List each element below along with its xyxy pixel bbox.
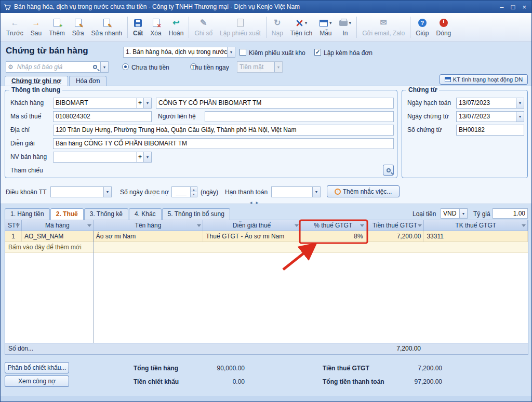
- toolbar-label: Nạp: [272, 30, 283, 37]
- toolbar-button-print[interactable]: In: [336, 14, 355, 41]
- address-label: Địa chỉ: [10, 126, 30, 133]
- doc-no-field[interactable]: BH00182: [456, 125, 524, 136]
- cell-dien-giai-thue[interactable]: Thuế GTGT - Áo sơ mi Nam: [203, 231, 301, 242]
- frozen-column-divider[interactable]: [94, 231, 94, 343]
- credit-days-stepper[interactable]: ___ ▲▼: [171, 186, 197, 197]
- toolbar-button-help[interactable]: ? Giúp: [412, 14, 432, 41]
- add-reminder-button[interactable]: Thêm nhắc việc...: [327, 185, 400, 197]
- app-window: Bán hàng hóa, dịch vụ trong nước chưa th…: [0, 0, 532, 402]
- customer-name-field[interactable]: CÔNG TY CỔ PHẦN BIBOMART TM: [156, 98, 394, 109]
- toolbar-button-edit[interactable]: ✎ Sửa: [69, 14, 88, 41]
- toolbar-button-previous[interactable]: ← Trước: [3, 14, 27, 41]
- filter-icon[interactable]: [197, 224, 201, 227]
- filter-icon[interactable]: [418, 224, 422, 227]
- column-header-ma-hang[interactable]: Mã hàng: [22, 220, 94, 231]
- splitter-handle[interactable]: ◄►: [249, 200, 261, 205]
- chevron-down-icon[interactable]: [459, 209, 467, 218]
- search-icon[interactable]: [93, 65, 97, 69]
- cell-stt[interactable]: 1: [5, 231, 22, 242]
- doc-date-picker[interactable]: 13/07/2023: [456, 111, 524, 122]
- pin-icon[interactable]: [16, 224, 20, 227]
- view-debt-button[interactable]: Xem công nợ: [5, 376, 69, 387]
- add-customer-icon[interactable]: +: [136, 98, 143, 108]
- column-header-tien-thue-gtgt[interactable]: Tiền thuế GTGT: [366, 220, 424, 231]
- tab-hoa-don[interactable]: Hóa đơn: [69, 76, 107, 86]
- chevron-down-icon[interactable]: [516, 112, 524, 122]
- due-date-select[interactable]: [271, 186, 321, 197]
- toolbar-button-save[interactable]: Cất: [129, 14, 147, 41]
- table-header-row: STT Mã hàng Tên hàng Diễn giải thuế % th…: [5, 220, 528, 231]
- exchange-rate-field[interactable]: 1.00: [493, 208, 528, 219]
- table-empty-area[interactable]: [5, 253, 528, 343]
- tab-thue[interactable]: 2. Thuế: [50, 208, 84, 220]
- gear-icon[interactable]: ⚙: [6, 62, 15, 72]
- chevron-down-icon[interactable]: [516, 98, 524, 108]
- column-header-dien-giai-thue[interactable]: Diễn giải thuế: [203, 220, 301, 231]
- tab-thong-ke[interactable]: 3. Thống kê: [84, 208, 128, 220]
- doc-date-label: Ngày chứng từ: [407, 113, 449, 120]
- seller-select[interactable]: +: [53, 152, 152, 163]
- pin-icon[interactable]: [87, 224, 91, 227]
- chevron-down-icon[interactable]: [143, 152, 151, 162]
- chevron-down-icon[interactable]: [103, 187, 111, 197]
- filter-icon[interactable]: [295, 224, 299, 227]
- tax-code-field[interactable]: 0108024302: [53, 111, 152, 122]
- column-header-ten-hang[interactable]: Tên hàng: [94, 220, 204, 231]
- allocate-discount-button[interactable]: Phân bổ chiết khấu...: [5, 362, 69, 373]
- reference-search-button[interactable]: [383, 165, 394, 176]
- tab-thong-tin-bo-sung[interactable]: 5. Thông tin bổ sung: [162, 208, 230, 220]
- spin-down-icon[interactable]: ▼: [191, 192, 197, 197]
- add-row[interactable]: Bấm vào đây để thêm mới: [5, 242, 528, 253]
- column-header-pct-thue-gtgt[interactable]: % thuế GTGT: [301, 220, 366, 231]
- filter-icon[interactable]: [360, 224, 364, 227]
- cell-ma-hang[interactable]: AO_SM_NAM: [22, 231, 94, 242]
- tab-khac[interactable]: 4. Khác: [129, 208, 162, 220]
- total-goods-label: Tổng tiền hàng: [134, 365, 178, 372]
- minimize-button[interactable]: –: [500, 3, 503, 11]
- toolbar-button-utilities[interactable]: Tiện ích: [287, 14, 316, 41]
- toolbar-button-add[interactable]: + Thêm: [45, 14, 69, 41]
- description-field[interactable]: Bán hàng CÔNG TY CỔ PHẦN BIBOMART TM: [53, 138, 394, 149]
- document-type-select[interactable]: 1. Bán hàng hóa, dịch vụ trong nước: [123, 47, 235, 58]
- address-field[interactable]: 120 Trần Duy Hưng, Phường Trung Hoà, Quậ…: [53, 125, 394, 136]
- column-header-stt[interactable]: STT: [5, 220, 22, 231]
- toolbar: ← Trước → Sau + Thêm ✎ Sửa ✎ Sửa nhanh C…: [1, 13, 531, 42]
- toolbar-button-next[interactable]: → Sau: [27, 14, 45, 41]
- export-slip-checkbox[interactable]: [240, 49, 246, 56]
- cell-pct-thue-gtgt[interactable]: 8%: [301, 231, 366, 242]
- currency-select[interactable]: VND: [441, 208, 468, 219]
- quote-search-input[interactable]: ⚙ Nhập số báo giá: [6, 61, 109, 73]
- add-seller-icon[interactable]: +: [136, 152, 143, 162]
- table-row[interactable]: 1 AO_SM_NAM Áo sơ mi Nam Thuế GTGT - Áo …: [5, 231, 528, 242]
- chevron-down-icon[interactable]: [227, 47, 235, 57]
- kt-status-button[interactable]: KT tình trạng hoạt động DN: [440, 74, 528, 85]
- close-button[interactable]: ×: [522, 3, 526, 11]
- toolbar-button-undo[interactable]: ↩ Hoàn: [165, 14, 188, 41]
- contact-field[interactable]: [205, 111, 394, 122]
- help-icon: ?: [418, 19, 427, 27]
- payment-terms-select[interactable]: [50, 186, 112, 197]
- tab-hang-tien[interactable]: 1. Hàng tiền: [5, 208, 50, 220]
- cell-ten-hang[interactable]: Áo sơ mi Nam: [94, 231, 204, 242]
- customer-select[interactable]: BIBOMART +: [53, 98, 152, 109]
- utilities-icon: [296, 19, 303, 27]
- toolbar-button-close-form[interactable]: Đóng: [433, 14, 455, 41]
- tab-chung-tu-ghi-no[interactable]: Chứng từ ghi nợ: [5, 76, 68, 86]
- toolbar-button-quick-edit[interactable]: ✎ Sửa nhanh: [88, 14, 126, 41]
- with-invoice-checkbox[interactable]: ✓: [314, 49, 321, 56]
- cell-tk-thue-gtgt[interactable]: 33311: [424, 231, 528, 242]
- column-header-tk-thue-gtgt[interactable]: TK thuế GTGT: [424, 220, 528, 231]
- chevron-down-icon[interactable]: [100, 62, 108, 72]
- filter-icon[interactable]: [522, 224, 526, 227]
- unpaid-radio[interactable]: [122, 63, 129, 70]
- toolbar-label: Hoàn: [169, 30, 184, 37]
- chevron-down-icon[interactable]: [143, 98, 151, 108]
- vat-amount-value: 7,200.00: [390, 365, 442, 372]
- spin-up-icon[interactable]: ▲: [191, 187, 197, 192]
- cell-tien-thue-gtgt[interactable]: 7,200.00: [366, 231, 424, 242]
- toolbar-button-template[interactable]: Mẫu: [316, 14, 336, 41]
- posting-date-picker[interactable]: 13/07/2023: [456, 98, 524, 109]
- chevron-down-icon[interactable]: [312, 187, 320, 197]
- maximize-button[interactable]: □: [511, 3, 515, 11]
- toolbar-button-delete[interactable]: ✕ Xóa: [147, 14, 165, 41]
